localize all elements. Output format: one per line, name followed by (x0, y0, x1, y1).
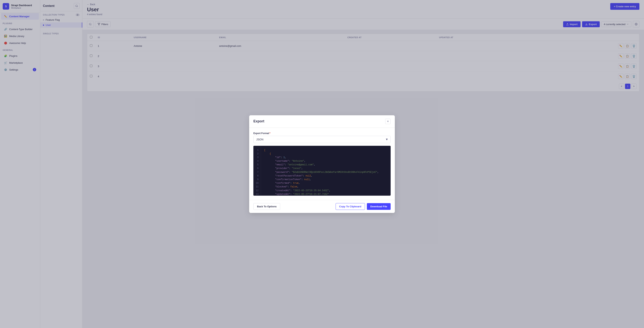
code-line: "updatedAt": "2022-05-27T16:21:07.716Z" (264, 193, 388, 196)
format-select[interactable]: JSON CSV (254, 136, 390, 143)
code-line: "resetPasswordToken": null, (264, 174, 388, 178)
code-line: "confirmed": true, (264, 181, 388, 185)
footer-right: Copy To Clipboard Download File (336, 203, 390, 210)
code-line: { (264, 152, 388, 156)
code-content: [ { "id": 1, "username": "Antoine", "ema… (261, 146, 390, 196)
code-line: "createdAt": "2022-05-23T19:35:04.543Z", (264, 189, 388, 193)
modal-header: Export × (249, 115, 395, 128)
required-star: * (270, 132, 270, 135)
code-line: "confirmationToken": null, (264, 178, 388, 181)
copy-to-clipboard-button[interactable]: Copy To Clipboard (336, 203, 365, 210)
modal-close-button[interactable]: × (385, 119, 390, 124)
code-line: "id": 1, (264, 156, 388, 159)
format-label-text: Export Format (254, 132, 269, 135)
line-numbers: 1 2 3 4 5 6 7 8 9 10 11 12 13 14 (254, 146, 261, 196)
code-line: "email": "antoine@gmail.com", (264, 163, 388, 167)
format-label: Export Format * (254, 132, 390, 135)
code-preview: 1 2 3 4 5 6 7 8 9 10 11 12 13 14 (254, 146, 390, 196)
back-to-options-button[interactable]: Back To Options (254, 203, 280, 210)
export-modal: Export × Export Format * JSON CSV ▼ 1 2 (249, 115, 395, 213)
code-line: "provider": "local", (264, 167, 388, 170)
code-inner: 1 2 3 4 5 6 7 8 9 10 11 12 13 14 (254, 146, 390, 196)
modal-footer: Back To Options Copy To Clipboard Downlo… (249, 200, 395, 213)
modal-title: Export (254, 119, 264, 123)
code-line: "password": "$2a$10$6RWzI9Qcb6V6PscL3bEW… (264, 171, 388, 174)
download-file-button[interactable]: Download File (367, 203, 390, 210)
modal-body: Export Format * JSON CSV ▼ 1 2 3 4 5 (249, 128, 395, 200)
code-line: [ (264, 148, 388, 152)
code-line: "blocked": false, (264, 185, 388, 189)
format-select-wrapper: JSON CSV ▼ (254, 136, 390, 143)
modal-overlay: Export × Export Format * JSON CSV ▼ 1 2 (0, 0, 644, 328)
code-line: "username": "Antoine", (264, 159, 388, 163)
